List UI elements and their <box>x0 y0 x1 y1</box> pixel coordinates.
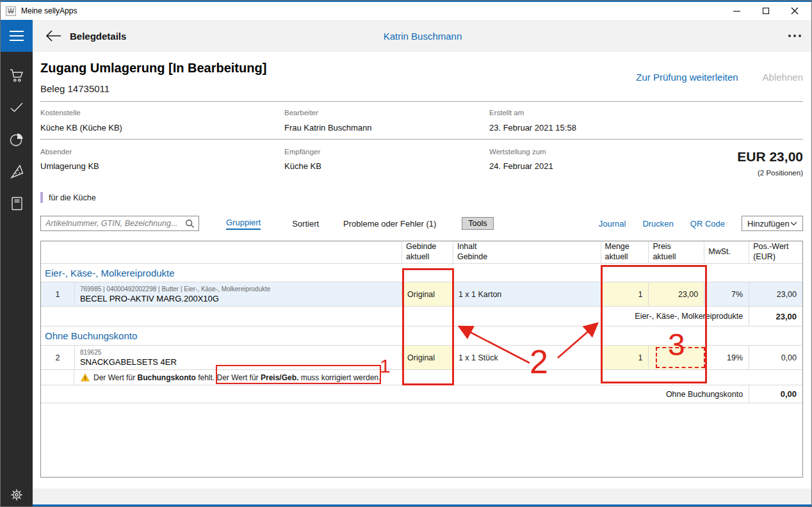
row-number: 1 <box>41 282 74 306</box>
table-row[interactable]: 2 819625 SNACKGABELSETS 4ER Original 1 x… <box>41 346 802 370</box>
document-title: Zugang Umlagerung [In Bearbeitung] <box>40 61 266 76</box>
qr-code-link[interactable]: QR Code <box>690 219 725 229</box>
settings-gear-icon[interactable] <box>1 487 33 503</box>
pos-wert-cell: 0,00 <box>749 346 802 369</box>
window-accent-border <box>33 504 812 507</box>
journal-link[interactable]: Journal <box>599 219 626 229</box>
col-header-wert[interactable]: Pos.-Wert (EUR) <box>749 241 802 263</box>
document-number: Beleg 14735011 <box>40 83 110 94</box>
col-header-inhalt[interactable]: Inhalt Gebinde <box>453 241 601 263</box>
reject-button[interactable]: Ablehnen <box>763 72 803 83</box>
drucken-link[interactable]: Drucken <box>642 219 673 229</box>
positions-table: Gebinde aktuell Inhalt Gebinde Menge akt… <box>40 241 803 478</box>
empfaenger-value: Küche KB <box>284 161 321 171</box>
minimize-icon <box>733 11 740 12</box>
article-name: BECEL PRO-AKTIV MARG.200X10G <box>80 294 219 303</box>
close-icon <box>791 7 799 15</box>
cart-icon[interactable] <box>9 68 24 83</box>
col-header-preis[interactable]: Preis aktuell <box>648 241 704 263</box>
absender-value: Umlagerung KB <box>40 161 99 171</box>
warning-text: Der Wert für Buchungskonto fehlt. Der We… <box>93 373 380 382</box>
row-number: 2 <box>41 346 74 369</box>
preis-cell[interactable] <box>648 346 704 369</box>
group-subtotal-row: Eier-, Käse-, Molkereiprodukte 23,00 <box>41 307 802 326</box>
group-header[interactable]: Ohne Buchungskonto <box>41 326 802 346</box>
subtotal-value: 23,00 <box>749 307 802 326</box>
preis-cell[interactable]: 23,00 <box>648 282 704 306</box>
maximize-icon <box>763 8 769 14</box>
menge-cell[interactable]: 1 <box>601 282 649 306</box>
warning-icon <box>81 373 90 382</box>
maximize-button[interactable] <box>751 2 780 20</box>
mwst-cell: 7% <box>704 282 749 306</box>
kostenstelle-label: Kostenstelle <box>40 109 81 117</box>
search-icon <box>185 219 195 229</box>
search-box <box>40 216 199 231</box>
inhalt-cell: 1 x 1 Karton <box>453 282 601 306</box>
menge-cell[interactable]: 1 <box>601 346 649 369</box>
bearbeiter-label: Bearbeiter <box>284 109 318 117</box>
more-options-icon[interactable] <box>788 35 801 37</box>
warning-row: Der Wert für Buchungskonto fehlt. Der We… <box>41 370 802 385</box>
inhalt-cell: 1 x 1 Stück <box>453 346 601 369</box>
kostenstelle-value: Küche KB (Küche KB) <box>40 123 122 133</box>
col-header-mwst[interactable]: MwSt. <box>704 241 749 263</box>
group-header[interactable]: Eier-, Käse-, Molkereiprodukte <box>41 264 802 282</box>
forward-for-review-button[interactable]: Zur Prüfung weiterleiten <box>636 72 738 83</box>
app-header: Belegdetails Katrin Buschmann <box>33 20 812 52</box>
wertstellung-label: Wertstellung zum <box>489 148 546 156</box>
total-amount: EUR 23,00 <box>737 149 803 165</box>
positions-count: (2 Positionen) <box>758 169 803 177</box>
tools-button[interactable]: Tools <box>462 217 493 230</box>
group-subtotal-row: Ohne Buchungskonto 0,00 <box>41 385 802 403</box>
hinzufuegen-button[interactable]: Hinzufügen <box>742 216 803 231</box>
bearbeiter-value: Frau Katrin Buschmann <box>284 123 372 133</box>
title-bar: W Meine sellyApps <box>1 2 812 20</box>
erstellt-am-label: Erstellt am <box>489 109 524 117</box>
col-header-menge[interactable]: Menge aktuell <box>601 241 649 263</box>
pizza-icon[interactable] <box>9 164 24 179</box>
sidebar <box>1 20 33 507</box>
erstellt-am-value: 23. Februar 2021 15:58 <box>489 123 576 133</box>
wertstellung-value: 24. Februar 2021 <box>489 161 553 171</box>
pie-chart-icon[interactable] <box>9 132 24 147</box>
divider <box>40 139 803 140</box>
gebinde-cell[interactable]: Original <box>402 282 453 306</box>
user-name[interactable]: Katrin Buschmann <box>33 31 812 42</box>
app-logo-icon: W <box>6 6 16 16</box>
tab-probleme[interactable]: Probleme oder Fehler (1) <box>343 219 436 229</box>
absender-label: Absender <box>40 148 72 156</box>
tab-sortiert[interactable]: Sortiert <box>292 219 319 229</box>
footer-bar <box>33 488 812 505</box>
gebinde-cell[interactable]: Original <box>402 346 453 369</box>
close-button[interactable] <box>780 2 809 20</box>
article-meta: 819625 <box>80 348 101 357</box>
note-marker <box>40 192 43 203</box>
book-icon[interactable] <box>9 196 24 211</box>
subtotal-value: 0,00 <box>749 385 802 403</box>
window-title: Meine sellyApps <box>21 6 77 15</box>
menu-icon[interactable] <box>1 20 33 52</box>
subtotal-label: Ohne Buchungskonto <box>41 390 749 399</box>
search-input[interactable] <box>41 216 182 230</box>
minimize-button[interactable] <box>722 2 751 20</box>
tab-gruppiert[interactable]: Gruppiert <box>226 218 261 230</box>
main-content: Zugang Umlagerung [In Bearbeitung] Beleg… <box>33 52 812 488</box>
hinzufuegen-label: Hinzufügen <box>747 219 790 229</box>
mwst-cell: 19% <box>704 346 749 369</box>
subtotal-label: Eier-, Käse-, Molkereiprodukte <box>41 312 749 321</box>
col-header-gebinde[interactable]: Gebinde aktuell <box>402 241 453 263</box>
table-row[interactable]: 1 769985 | 04000492002298 | Butter | Eie… <box>41 282 802 307</box>
article-name: SNACKGABELSETS 4ER <box>80 357 177 367</box>
article-meta: 769985 | 04000492002298 | Butter | Eier-… <box>80 285 270 294</box>
divider <box>40 101 803 102</box>
check-icon[interactable] <box>9 100 24 115</box>
table-header-row: Gebinde aktuell Inhalt Gebinde Menge akt… <box>41 241 802 264</box>
pos-wert-cell: 23,00 <box>749 282 802 306</box>
list-toolbar: Gruppiert Sortiert Probleme oder Fehler … <box>40 216 803 231</box>
chevron-down-icon <box>790 221 797 226</box>
document-note: für die Küche <box>49 193 96 202</box>
empfaenger-label: Empfänger <box>284 148 320 156</box>
